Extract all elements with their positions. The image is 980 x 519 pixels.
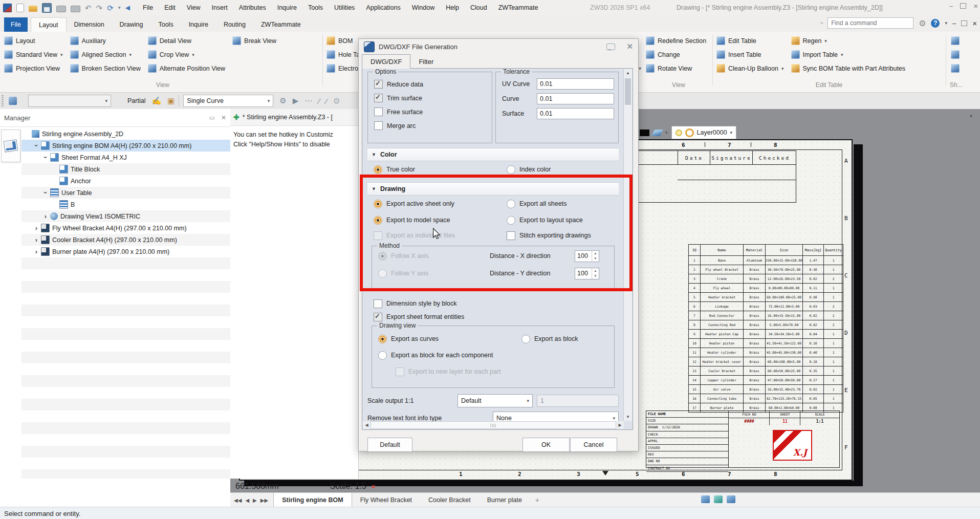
ribbon-item-detail-view[interactable]: Detail View — [148, 34, 225, 48]
color-section-header[interactable]: ▼Color — [367, 148, 619, 161]
play-icon[interactable]: ▶ — [293, 96, 299, 105]
color-swatch[interactable] — [640, 129, 649, 136]
filter-tool-icon[interactable] — [9, 97, 17, 105]
table-view-icon[interactable] — [701, 495, 710, 503]
export-doc3-icon[interactable] — [951, 64, 960, 73]
vscroll-thumb[interactable] — [625, 78, 631, 105]
tab-dimension[interactable]: Dimension — [67, 17, 112, 32]
check-stitch-exporting-drawings[interactable]: Stitch exporting drawings — [507, 231, 591, 240]
toolbar-grip[interactable] — [2, 95, 4, 106]
check-trim-surface[interactable]: Trim surface — [368, 91, 492, 105]
ok-button[interactable]: OK — [522, 438, 570, 452]
command-search[interactable] — [827, 17, 913, 29]
open-file-icon[interactable] — [29, 6, 37, 12]
radio-export-as-curves[interactable]: Export as curves — [378, 335, 521, 343]
tree-closed-chevron-icon[interactable]: › — [42, 212, 49, 220]
ribbon-item-rotate-view[interactable]: Rotate View — [646, 61, 706, 75]
tree-item-stirling-engine-assembly-2d[interactable]: Stirling engine Assembly_2D — [21, 128, 230, 140]
doc-restore-button[interactable] — [961, 20, 967, 26]
tree-item-drawing-view1-isometric[interactable]: ›Drawing View1 ISOMETRIC — [21, 210, 230, 222]
restore-button[interactable] — [960, 3, 966, 9]
canvas-corner-dropdown-icon[interactable]: ▾ — [970, 113, 972, 119]
ribbon-item-insert-table[interactable]: Insert Table — [716, 48, 784, 61]
menu-cloud[interactable]: Cloud — [465, 4, 493, 11]
dialog-tab-dwgdxf[interactable]: DWG/DXF — [362, 54, 410, 69]
dialog-titlebar[interactable]: DWG/DXF File Generation ✕ — [359, 39, 638, 54]
tree-item-fly-wheel-bracket-a4-h-297-00-[interactable]: ›Fly Wheel Bracket A4(H) (297.00 x 210.0… — [21, 222, 230, 234]
cancel-button[interactable]: Cancel — [570, 438, 617, 452]
tab-inquire[interactable]: Inquire — [181, 17, 216, 32]
menu-file[interactable]: File — [137, 4, 159, 11]
ribbon-item-import-table[interactable]: Import Table▾ — [791, 48, 906, 61]
dialog-close-icon[interactable]: ✕ — [626, 42, 633, 51]
ribbon-item-aligned-section[interactable]: Aligned Section▾ — [70, 48, 141, 61]
layer-visibility-bulb-icon[interactable] — [676, 129, 682, 136]
uv-curve-input[interactable]: 0.01 — [537, 78, 614, 90]
circle-tool-icon[interactable]: ⊙ — [333, 96, 340, 105]
tree-item-sheet-format-a4-h-xj[interactable]: ›Sheet Format A4_H XJ — [21, 152, 230, 163]
tree-item-anchor[interactable]: Anchor — [21, 175, 230, 187]
hint-tab-label[interactable]: * Stirling engine Assembly.Z3 - [ — [243, 114, 333, 121]
menu-insert[interactable]: Insert — [206, 4, 233, 11]
scroll-right-icon[interactable]: ▶ — [616, 423, 624, 427]
minimize-button[interactable]: – — [949, 3, 953, 9]
ribbon-item-clean-up-balloon[interactable]: Clean-Up Balloon▾ — [716, 61, 784, 75]
radio-export-layout-space[interactable]: Export to layout space — [507, 216, 583, 225]
curve-input[interactable]: 0.01 — [537, 93, 614, 104]
ribbon-item-bom[interactable]: BOM — [326, 34, 360, 48]
dropdown-icon[interactable]: ▾ — [192, 52, 194, 57]
radio-true-color[interactable]: True color — [367, 165, 507, 174]
radio-export-active-sheet[interactable]: Export active sheet only — [367, 200, 507, 208]
dialog-tab-filter[interactable]: Filter — [410, 54, 442, 69]
last-sheet-icon[interactable]: ▶▶ — [260, 498, 268, 503]
dropdown-icon[interactable]: ▾ — [60, 52, 63, 57]
radio-export-all-sheets[interactable]: Export all sheets — [507, 200, 567, 208]
layer-selector[interactable]: Layer0000 ▾ — [671, 126, 737, 139]
dropdown-icon[interactable]: ▾ — [129, 52, 132, 57]
tree-item-title-block[interactable]: Title Block — [21, 163, 230, 175]
polyline-tool-icon[interactable]: ∕ — [326, 97, 328, 105]
close-button[interactable]: × — [973, 2, 978, 10]
qat-dropdown-icon[interactable]: ▾ — [118, 5, 121, 10]
pick-tool-icon[interactable]: ✍ — [151, 96, 161, 105]
new-file-icon[interactable] — [16, 4, 24, 12]
sheet-tab-stirling-engine-bom[interactable]: Stirling engine BOM — [273, 493, 352, 507]
layer-dropdown-icon[interactable]: ▾ — [730, 130, 733, 135]
ribbon-item-projection-view[interactable]: Projection View — [4, 61, 63, 75]
undo-icon[interactable]: ↶ — [85, 4, 92, 12]
ribbon-item-redefine-section[interactable]: Redefine Section — [646, 34, 706, 48]
tab-layout[interactable]: Layout — [31, 17, 67, 32]
scene-tool-icon[interactable]: ▣ — [167, 96, 175, 105]
doc-minimize-button[interactable]: – — [952, 20, 956, 27]
distance-y-spinner[interactable]: 100▲▼ — [575, 268, 599, 279]
dialog-vertical-scrollbar[interactable]: ▲ ▼ — [623, 69, 632, 421]
dialog-horizontal-scrollbar[interactable]: ◀ |||| ▶ — [363, 421, 624, 429]
ribbon-item-auxiliary[interactable]: Auxiliary — [70, 34, 141, 48]
menu-window[interactable]: Window — [406, 4, 440, 11]
menu-edit[interactable]: Edit — [159, 4, 181, 11]
radio-export-model-space[interactable]: Export to model space — [367, 216, 507, 225]
menu-applications[interactable]: Applications — [360, 4, 406, 11]
menu-help[interactable]: Help — [440, 4, 465, 11]
dropdown-icon[interactable]: ▾ — [824, 38, 827, 44]
ribbon-item-electro[interactable]: Electro — [326, 61, 360, 75]
add-sheet-icon[interactable]: + — [530, 493, 545, 507]
ribbon-item-regen[interactable]: Regen▾ — [791, 34, 906, 48]
curve-mode-select[interactable]: Single Curve▾ — [183, 95, 273, 107]
menu-tools[interactable]: Tools — [302, 4, 329, 11]
manager-side-tab[interactable] — [1, 129, 20, 162]
tree-open-chevron-icon[interactable]: › — [42, 189, 50, 197]
sheet-tab-burner-plate[interactable]: Burner plate — [479, 493, 530, 507]
add-tab-icon[interactable]: ✚ — [233, 113, 239, 121]
ribbon-item-break-view[interactable]: Break View — [232, 34, 276, 48]
ribbon-item-standard-view[interactable]: Standard View▾ — [4, 48, 63, 61]
tab-tools[interactable]: Tools — [150, 17, 181, 32]
save-icon[interactable] — [42, 3, 52, 13]
ribbon-item-alternate-position-view[interactable]: Alternate Position View — [148, 61, 225, 75]
drawing-section-header[interactable]: ▼Drawing — [367, 182, 619, 196]
entity-filter-select[interactable]: ▾ — [28, 95, 111, 107]
check-reduce-data[interactable]: Reduce data — [368, 77, 492, 91]
distance-x-spinner[interactable]: 100▲▼ — [575, 250, 599, 262]
print-setup-icon[interactable] — [71, 6, 80, 12]
hscroll-thumb[interactable]: |||| — [371, 421, 616, 429]
